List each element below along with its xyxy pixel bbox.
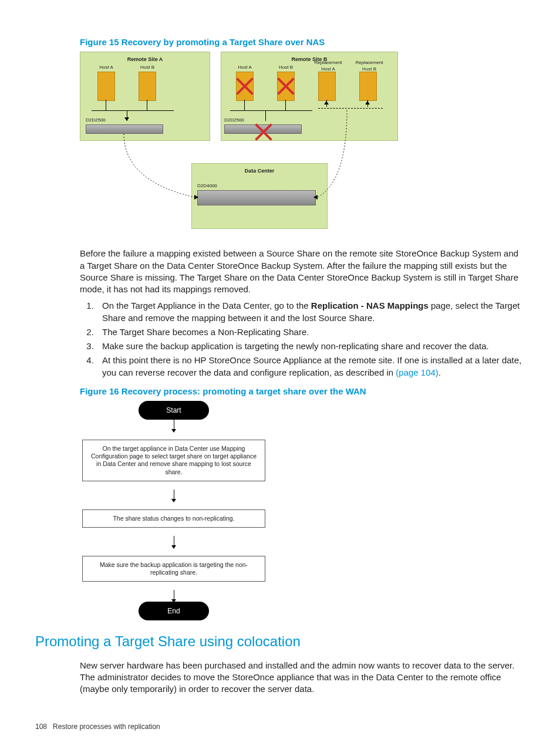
page-104-link[interactable]: (page 104) bbox=[396, 367, 438, 377]
intro-paragraph: Before the failure a mapping existed bet… bbox=[80, 248, 525, 295]
section-heading: Promoting a Target Share using colocatio… bbox=[35, 632, 525, 651]
footer-title: Restore processes with replication bbox=[53, 723, 160, 723]
section-paragraph: New server hardware has been purchased a… bbox=[80, 660, 525, 696]
step-3: Make sure the backup application is targ… bbox=[96, 340, 525, 352]
figure-16-flowchart: Start On the target appliance in Data Ce… bbox=[80, 401, 268, 620]
dc-device bbox=[197, 190, 316, 205]
flow-step-3: Make sure the backup application is targ… bbox=[82, 556, 265, 582]
site-a-host-b bbox=[139, 72, 156, 101]
figure-16-caption: Figure 16 Recovery process: promoting a … bbox=[80, 386, 525, 397]
site-b-host-a-label: Host A bbox=[236, 65, 254, 71]
step-2: The Target Share becomes a Non-Replicati… bbox=[96, 326, 525, 338]
site-b-host-b bbox=[277, 72, 295, 101]
flow-start: Start bbox=[139, 401, 209, 420]
site-a-host-a bbox=[97, 72, 115, 101]
site-b-host-b-label: Host B bbox=[277, 65, 295, 71]
page-footer: 108 Restore processes with replication bbox=[35, 722, 160, 723]
figure-15-caption: Figure 15 Recovery by promoting a Target… bbox=[80, 36, 525, 48]
site-a-device bbox=[86, 124, 163, 134]
flow-step-2: The share status changes to non-replicat… bbox=[82, 509, 265, 528]
site-a-host-a-label: Host A bbox=[97, 65, 115, 71]
step-4: At this point there is no HP StoreOnce S… bbox=[96, 355, 525, 379]
site-b-rep-a-label: Replacement Host A bbox=[313, 60, 343, 73]
site-b-device-label: D2D2500 bbox=[224, 117, 244, 124]
dc-title: Data Center bbox=[192, 164, 327, 174]
flow-end: End bbox=[139, 602, 209, 620]
step-1: On the Target Appliance in the Data Cent… bbox=[96, 300, 525, 324]
site-a-title: Remote Site A bbox=[80, 52, 210, 63]
site-a-device-label: D2D2500 bbox=[86, 117, 106, 124]
dc-device-label: D2D4000 bbox=[197, 183, 217, 190]
site-a-host-b-label: Host B bbox=[139, 65, 156, 71]
page-number: 108 bbox=[35, 723, 47, 723]
site-b-rep-a bbox=[318, 72, 336, 101]
figure-15-diagram: Remote Site A Host A Host B D2D2500 Remo… bbox=[80, 52, 432, 239]
flow-step-1: On the target appliance in Data Center u… bbox=[82, 440, 265, 481]
site-b-rep-b-label: Replacement Host B bbox=[355, 60, 384, 73]
steps-list: On the Target Appliance in the Data Cent… bbox=[80, 300, 525, 379]
site-b-device bbox=[224, 124, 302, 134]
site-b-rep-b bbox=[359, 72, 377, 101]
site-b-host-a bbox=[236, 72, 254, 101]
